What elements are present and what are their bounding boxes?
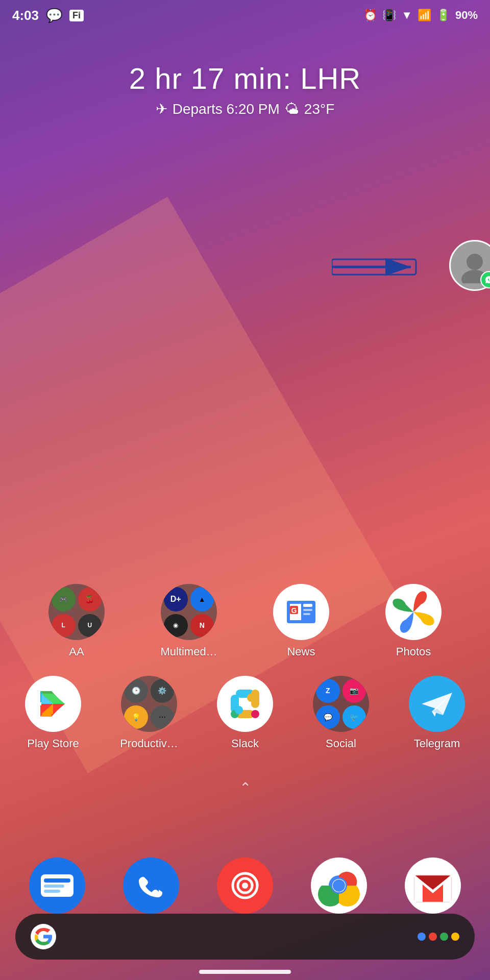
app-label-social: Social [326, 737, 356, 750]
app-item-news[interactable]: G News [260, 584, 342, 658]
app-item-productivity[interactable]: 🕑 ⚙️ 💡 ⋯ Productiv… [108, 676, 190, 750]
app-label-slack: Slack [231, 737, 259, 750]
app-row-1: 🎮 🍒 L U AA D+ ▲ ◉ N Multimed… [0, 584, 490, 679]
dot-yellow [451, 933, 459, 941]
dot-red [429, 933, 437, 941]
widget-area: 2 hr 17 min: LHR ✈ Departs 6:20 PM 🌤 23°… [0, 41, 490, 117]
app-item-telegram[interactable]: Telegram [396, 676, 478, 750]
temperature-text: 23°F [304, 101, 334, 117]
dot-blue [418, 933, 426, 941]
svg-point-40 [333, 879, 345, 892]
google-g-logo [31, 924, 56, 949]
departure-text: Departs 6:20 PM [173, 101, 280, 117]
app-item-photos[interactable]: Photos [373, 584, 454, 658]
dock [0, 857, 490, 914]
app-item-pocket-casts[interactable] [204, 857, 286, 914]
svg-point-35 [242, 883, 248, 889]
plane-icon: ✈ [156, 101, 167, 117]
battery-icon: 🔋 [436, 9, 450, 22]
svg-rect-9 [303, 604, 312, 607]
status-bar: 4:03 💬 Fi ⏰ 📳 ▼ 📶 🔋 90% [0, 0, 490, 31]
app-item-social[interactable]: Z 📷 💬 🐦 Social [300, 676, 382, 750]
contact-bubble[interactable] [449, 240, 490, 291]
app-label-news: News [287, 645, 315, 658]
svg-rect-29 [44, 885, 64, 888]
vibrate-icon: 📳 [382, 9, 396, 22]
app-item-multimedia[interactable]: D+ ▲ ◉ N Multimed… [148, 584, 230, 658]
app-item-chrome[interactable] [298, 857, 380, 914]
app-label-photos: Photos [396, 645, 431, 658]
weather-icon: 🌤 [285, 101, 299, 117]
wifi-icon: ▼ [401, 9, 412, 22]
dock-row [10, 857, 480, 914]
app-item-aa[interactable]: 🎮 🍒 L U AA [36, 584, 117, 658]
svg-text:G: G [291, 606, 297, 615]
app-item-messages[interactable] [16, 857, 98, 914]
battery-percent: 90% [455, 9, 478, 22]
app-item-slack[interactable]: Slack [204, 676, 286, 750]
app-item-phone[interactable] [110, 857, 192, 914]
app-label-multimedia: Multimed… [160, 645, 217, 658]
status-left: 4:03 💬 Fi [12, 8, 84, 23]
svg-point-31 [126, 860, 177, 911]
status-time: 4:03 [12, 8, 39, 23]
app-item-play-store[interactable]: Play Store [12, 676, 94, 750]
whatsapp-icon: 💬 [46, 8, 62, 23]
app-label-aa: AA [69, 645, 84, 658]
svg-rect-10 [303, 609, 312, 611]
app-label-play-store: Play Store [27, 737, 79, 750]
svg-point-3 [467, 254, 483, 270]
svg-point-16 [219, 678, 271, 729]
flight-time-widget[interactable]: 2 hr 17 min: LHR [129, 61, 361, 95]
svg-point-24 [247, 694, 255, 702]
alarm-icon: ⏰ [363, 9, 377, 22]
dock-arrow-up[interactable]: ⌃ [0, 779, 490, 796]
fi-icon: Fi [69, 10, 84, 21]
svg-rect-30 [44, 890, 60, 893]
home-pill[interactable] [199, 970, 291, 974]
svg-point-23 [235, 706, 243, 714]
svg-rect-21 [251, 710, 259, 718]
app-item-gmail[interactable] [392, 857, 474, 914]
app-row-2: Play Store 🕑 ⚙️ 💡 ⋯ Productiv… [0, 676, 490, 771]
flight-info-widget: ✈ Departs 6:20 PM 🌤 23°F [156, 101, 335, 117]
app-label-productivity: Productiv… [120, 737, 178, 750]
svg-rect-28 [44, 878, 70, 883]
search-bar[interactable] [15, 914, 475, 960]
signal-icon: 📶 [418, 9, 431, 22]
dot-green [440, 933, 448, 941]
svg-rect-11 [303, 613, 310, 615]
app-label-telegram: Telegram [414, 737, 460, 750]
status-right: ⏰ 📳 ▼ 📶 🔋 90% [363, 9, 478, 22]
google-assistant-dots [418, 933, 459, 941]
arrow-indicator [332, 254, 424, 280]
